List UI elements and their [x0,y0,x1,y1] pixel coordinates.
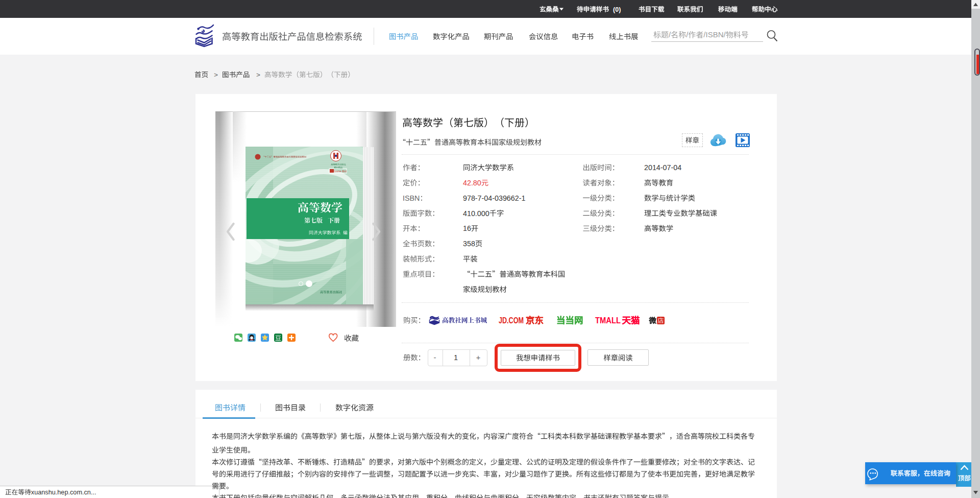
svg-text:2014-07-04: 2014-07-04 [644,163,681,172]
svg-text:+: + [476,353,480,362]
svg-text:42.80: 42.80 [463,179,481,187]
svg-text:1: 1 [454,353,458,362]
svg-text:TMALL: TMALL [595,316,621,325]
svg-text:/: / [669,30,671,39]
svg-text:978-7-04-039662-1: 978-7-04-039662-1 [463,194,525,202]
svg-text:>: > [256,71,260,79]
svg-text:ISBN: ISBN [403,194,420,202]
svg-text:xuanshu.hep.com.cn...: xuanshu.hep.com.cn... [31,489,96,496]
svg-text:358: 358 [463,240,475,248]
svg-text:(0): (0) [613,6,621,13]
svg-text:410.000: 410.000 [463,209,489,218]
svg-text:iCourse·: iCourse· [333,170,342,173]
svg-text:JD.COM: JD.COM [499,316,524,325]
svg-text:/: / [686,30,689,39]
svg-text:/ISBN/: /ISBN/ [703,30,726,39]
svg-text:16: 16 [463,224,471,232]
svg-text:>: > [214,71,218,79]
svg-text:-: - [434,353,436,362]
